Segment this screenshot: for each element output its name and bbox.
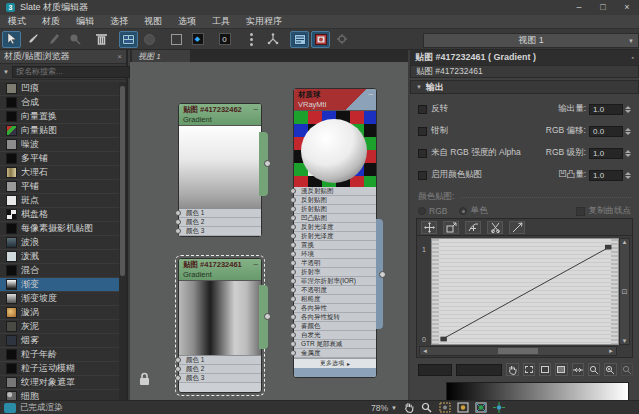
pick-material-icon[interactable] <box>23 31 42 48</box>
layout-children-icon[interactable] <box>263 31 282 48</box>
put-material-icon[interactable] <box>65 31 84 48</box>
spinner-arrows-icon[interactable] <box>625 150 631 157</box>
node-header[interactable]: 材质球 VRayMtl – <box>294 89 376 110</box>
list-item[interactable]: 漩涡 <box>0 306 119 320</box>
minimize-button[interactable]: – <box>567 0 591 15</box>
maximize-button[interactable]: □ <box>591 0 615 15</box>
list-item[interactable]: 烟雾 <box>0 334 119 348</box>
zoom-extents-icon[interactable] <box>539 363 551 376</box>
rgb-radio[interactable] <box>418 207 426 215</box>
panel-pin-icon[interactable]: ▪ <box>632 54 634 61</box>
scale-point-icon[interactable] <box>443 221 459 234</box>
input-pin-icon[interactable] <box>175 366 181 372</box>
list-item[interactable]: 斑点 <box>0 194 119 208</box>
input-pin-icon[interactable] <box>290 278 296 284</box>
mono-radio[interactable] <box>459 207 467 215</box>
browser-scrollbar[interactable] <box>119 82 126 400</box>
list-item-selected[interactable]: 渐变 <box>0 278 119 292</box>
input-pin-icon[interactable] <box>290 197 296 203</box>
rgb-level-field[interactable]: 1.0 <box>589 148 623 159</box>
list-item[interactable]: 每像素摄影机贴图 <box>0 222 119 236</box>
list-item[interactable]: 波浪 <box>0 236 119 250</box>
invert-checkbox[interactable] <box>418 105 427 114</box>
zoom-plus-icon[interactable] <box>604 363 616 376</box>
menu-mode[interactable]: 模式 <box>0 15 34 28</box>
list-item[interactable]: 灰泥 <box>0 320 119 334</box>
gradient-node-462[interactable]: 贴图 #417232462 Gradient – 颜色 1 颜色 2 颜色 3 <box>178 103 262 237</box>
input-pin-icon[interactable] <box>290 260 296 266</box>
list-item[interactable]: 向量置换 <box>0 110 119 124</box>
list-item[interactable]: 粒子运动模糊 <box>0 362 119 376</box>
node-header[interactable]: 贴图 #417232461 Gradient – <box>179 259 261 280</box>
node-collapse-icon[interactable]: – <box>254 104 258 113</box>
move-point-icon[interactable] <box>421 221 437 234</box>
list-item[interactable]: 细胞 <box>0 390 119 400</box>
list-item[interactable]: 平铺 <box>0 180 119 194</box>
input-pin-icon[interactable] <box>290 233 296 239</box>
material-browser-toggle-icon[interactable] <box>311 31 330 48</box>
list-item[interactable]: 混合 <box>0 264 119 278</box>
menu-select[interactable]: 选择 <box>102 15 136 28</box>
input-pin-icon[interactable] <box>290 269 296 275</box>
list-item[interactable]: 纹理对象遮罩 <box>0 376 119 390</box>
view-tab-1[interactable]: 视图 1 <box>132 50 190 62</box>
list-item[interactable]: 噪波 <box>0 138 119 152</box>
list-item[interactable]: 合成 <box>0 96 119 110</box>
menu-utilities[interactable]: 实用程序 <box>238 15 290 28</box>
gradient-preview[interactable] <box>179 280 261 356</box>
clamp-checkbox[interactable] <box>418 127 427 136</box>
input-pin-icon[interactable] <box>290 305 296 311</box>
curve-vertical-scrollbar[interactable]: ▲⊡▼ <box>619 238 630 345</box>
pan-to-selected-icon[interactable] <box>492 402 505 413</box>
input-pin-icon[interactable] <box>290 287 296 293</box>
menu-tools[interactable]: 工具 <box>204 15 238 28</box>
output-pin-icon[interactable] <box>264 313 271 320</box>
input-pin-icon[interactable] <box>290 251 296 257</box>
select-tool-icon[interactable] <box>2 31 21 48</box>
lock-icon[interactable] <box>138 372 151 386</box>
delete-icon[interactable] <box>92 31 111 48</box>
gradient-node-461[interactable]: 贴图 #417232461 Gradient – 颜色 1 颜色 2 颜色 3 <box>178 258 262 393</box>
input-pin-icon[interactable] <box>290 296 296 302</box>
reset-curves-icon[interactable] <box>509 221 525 234</box>
close-button[interactable]: × <box>615 0 639 15</box>
list-item[interactable]: 凹痕 <box>0 82 119 96</box>
more-options-button[interactable]: 更多选项▸ <box>294 358 376 368</box>
zoom-extents-selected-icon[interactable] <box>555 363 567 376</box>
point-x-field[interactable] <box>418 364 452 376</box>
list-item[interactable]: 多平铺 <box>0 152 119 166</box>
show-background-icon[interactable] <box>167 31 186 48</box>
output-amount-field[interactable]: 1.0 <box>589 104 623 115</box>
material-id-channel-icon[interactable] <box>242 31 261 48</box>
node-view-canvas[interactable]: 视图 1 贴图 #417232462 Gradient – 颜色 1 颜色 2 … <box>130 50 408 400</box>
delete-point-icon[interactable] <box>487 221 503 234</box>
show-standard-map-icon[interactable]: 0 <box>215 31 234 48</box>
zoom-tool-icon[interactable] <box>420 402 433 413</box>
menu-options[interactable]: 选项 <box>170 15 204 28</box>
node-collapse-icon[interactable]: – <box>369 89 373 98</box>
show-shaded-material-icon[interactable] <box>119 31 138 48</box>
show-realistic-material-icon[interactable] <box>140 31 159 48</box>
input-pin-icon[interactable] <box>290 242 296 248</box>
input-pin-icon[interactable] <box>290 206 296 212</box>
input-pin-icon[interactable] <box>290 224 296 230</box>
curve-horizontal-scrollbar[interactable]: ◄► <box>419 346 617 356</box>
slot-color3[interactable]: 颜色 3 <box>179 227 261 236</box>
list-item[interactable]: 大理石 <box>0 166 119 180</box>
input-pin-icon[interactable] <box>290 332 296 338</box>
zoom-region-tool-icon[interactable] <box>438 402 451 413</box>
output-pin-icon[interactable] <box>264 160 271 167</box>
add-point-icon[interactable] <box>465 221 481 234</box>
gradient-preview[interactable] <box>179 125 261 209</box>
input-pin-icon[interactable] <box>290 188 296 194</box>
input-pin-icon[interactable] <box>290 323 296 329</box>
input-pin-icon[interactable] <box>290 341 296 347</box>
input-pin-icon[interactable] <box>175 219 181 225</box>
browser-close-icon[interactable]: × <box>117 52 122 61</box>
zoom-extents-tool-icon[interactable] <box>456 402 469 413</box>
input-pin-icon[interactable] <box>175 228 181 234</box>
spinner-arrows-icon[interactable] <box>625 172 631 179</box>
search-options-icon[interactable]: ▼ <box>3 69 9 75</box>
zoom-extents-selected-tool-icon[interactable] <box>474 402 487 413</box>
search-input[interactable] <box>12 66 130 78</box>
